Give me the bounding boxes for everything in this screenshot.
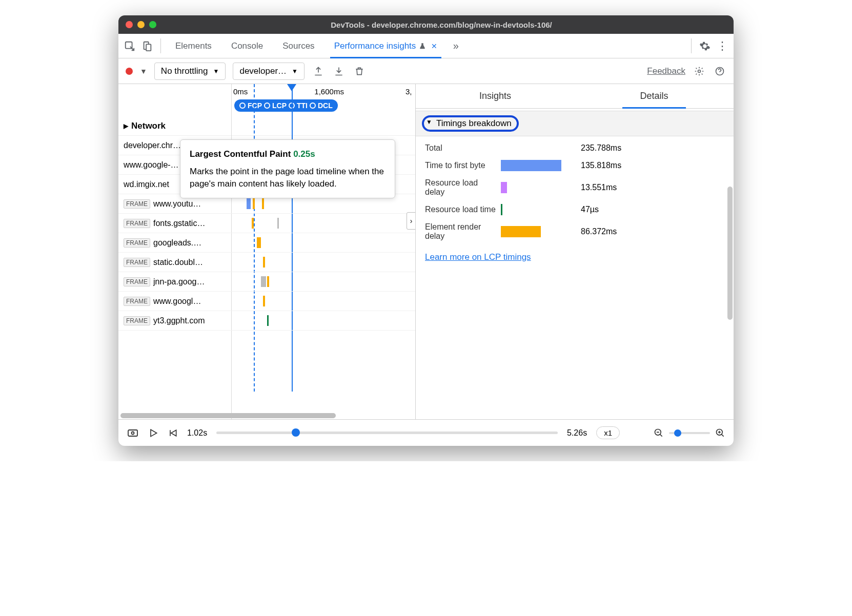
- host-label: www.googl…: [153, 297, 251, 306]
- playhead-marker[interactable]: [292, 84, 296, 91]
- v-scrollbar[interactable]: [727, 187, 733, 320]
- metric-value: 86.372ms: [577, 227, 724, 236]
- record-dropdown[interactable]: ▼: [140, 67, 147, 75]
- record-button[interactable]: [126, 68, 133, 75]
- metric-bar: [501, 160, 573, 171]
- titlebar: DevTools - developer.chrome.com/blog/new…: [118, 15, 734, 34]
- timeline-panel: 0ms 1,600ms 3, FCP LCP TTI DCL ▶ Network…: [118, 84, 416, 419]
- origin-select[interactable]: developer… ▼: [233, 63, 305, 80]
- upload-icon[interactable]: [312, 65, 325, 78]
- eye-icon[interactable]: [127, 427, 139, 439]
- frame-badge: FRAME: [124, 199, 150, 209]
- metric-value: 47µs: [577, 205, 724, 214]
- speed-pill[interactable]: x1: [596, 426, 620, 439]
- zoom-in-icon[interactable]: [715, 428, 725, 438]
- tab-details[interactable]: Details: [575, 84, 734, 108]
- metric-label: Resource load time: [425, 205, 497, 214]
- time-slider[interactable]: [216, 432, 558, 434]
- settings-icon[interactable]: [698, 39, 712, 53]
- metric-bar: [501, 182, 573, 193]
- learn-more-link[interactable]: Learn more on LCP timings: [416, 248, 540, 266]
- host-label: fonts.gstatic…: [153, 219, 251, 228]
- network-row[interactable]: FRAMEfonts.gstatic…: [118, 214, 415, 233]
- help-icon[interactable]: [713, 65, 726, 78]
- panel-settings-icon[interactable]: [693, 65, 706, 78]
- window-title: DevTools - developer.chrome.com/blog/new…: [156, 20, 726, 29]
- inspect-icon[interactable]: [123, 39, 137, 53]
- svg-rect-2: [146, 44, 151, 51]
- tab-insights[interactable]: Insights: [416, 84, 575, 108]
- svg-point-6: [132, 432, 134, 434]
- frame-badge: FRAME: [124, 277, 150, 286]
- frame-badge: FRAME: [124, 219, 150, 228]
- time-end: 5.26s: [567, 428, 587, 438]
- more-tabs-icon[interactable]: »: [449, 39, 463, 53]
- zoom-slider[interactable]: [669, 432, 710, 434]
- minimize-window[interactable]: [137, 21, 145, 28]
- metric-label: Element render delay: [425, 222, 497, 241]
- maximize-window[interactable]: [149, 21, 156, 28]
- h-scrollbar[interactable]: [120, 413, 336, 418]
- time-start: 1.02s: [187, 428, 207, 438]
- metric-label: Total: [425, 143, 497, 153]
- svg-rect-5: [128, 430, 137, 436]
- chevron-down-icon: ▼: [292, 68, 298, 75]
- metric-label: Time to first byte: [425, 161, 497, 170]
- throttling-label: No throttling: [161, 66, 208, 76]
- tab-console[interactable]: Console: [223, 34, 271, 58]
- metric-value: 235.788ms: [577, 143, 724, 153]
- network-row[interactable]: FRAMEyt3.ggpht.com: [118, 311, 415, 331]
- close-window[interactable]: [126, 21, 133, 28]
- network-row[interactable]: FRAMEwww.googl…: [118, 292, 415, 311]
- toolbar: ▼ No throttling ▼ developer… ▼ Feedback: [118, 58, 734, 84]
- tab-sources[interactable]: Sources: [274, 34, 322, 58]
- zoom-out-icon[interactable]: [654, 428, 664, 438]
- download-icon[interactable]: [332, 65, 346, 78]
- host-label: static.doubl…: [153, 258, 251, 267]
- throttling-select[interactable]: No throttling ▼: [154, 63, 226, 80]
- flask-icon: [419, 43, 426, 50]
- lcp-tooltip: Largest Contentful Paint 0.25s Marks the…: [180, 139, 395, 198]
- feedback-link[interactable]: Feedback: [647, 66, 685, 76]
- metric-label: Resource load delay: [425, 178, 497, 197]
- kebab-menu-icon[interactable]: ⋮: [715, 39, 729, 53]
- network-row[interactable]: FRAMEjnn-pa.goog…: [118, 272, 415, 292]
- tooltip-desc: Marks the point in the page load timelin…: [190, 166, 386, 190]
- expand-handle[interactable]: ›: [407, 212, 416, 230]
- tooltip-title: Largest Contentful Paint: [190, 149, 291, 159]
- frame-badge: FRAME: [124, 297, 150, 306]
- frame-badge: FRAME: [124, 238, 150, 248]
- rewind-button[interactable]: [168, 428, 178, 438]
- tick-1: 1,600ms: [314, 87, 344, 96]
- tab-label: Performance insights: [334, 41, 416, 51]
- metric-bar: [501, 204, 573, 215]
- collapse-icon: ▼: [426, 118, 432, 129]
- frame-badge: FRAME: [124, 258, 150, 267]
- network-label: Network: [131, 121, 166, 131]
- tick-2: 3,: [405, 87, 412, 96]
- svg-point-3: [698, 70, 701, 72]
- tab-performance-insights[interactable]: Performance insights ✕: [326, 34, 446, 58]
- timings-breakdown-header[interactable]: ▼ Timings breakdown: [422, 115, 519, 132]
- footer: 1.02s 5.26s x1: [118, 419, 734, 446]
- timing-markers-pill[interactable]: FCP LCP TTI DCL: [234, 99, 338, 112]
- tab-strip: Elements Console Sources Performance ins…: [118, 34, 734, 58]
- close-tab-icon[interactable]: ✕: [431, 42, 437, 50]
- chevron-down-icon: ▼: [213, 68, 219, 75]
- origin-label: developer…: [239, 66, 287, 76]
- host-label: jnn-pa.goog…: [153, 277, 251, 286]
- network-row[interactable]: FRAMEstatic.doubl…: [118, 253, 415, 272]
- play-button[interactable]: [148, 428, 158, 438]
- expand-icon: ▶: [124, 122, 128, 130]
- device-toggle-icon[interactable]: [140, 39, 154, 53]
- tab-elements[interactable]: Elements: [167, 34, 220, 58]
- host-label: www.youtu…: [153, 199, 251, 209]
- trash-icon[interactable]: [353, 65, 366, 78]
- metric-value: 13.551ms: [577, 183, 724, 192]
- network-row[interactable]: FRAMEgoogleads.…: [118, 233, 415, 253]
- section-label: Timings breakdown: [436, 118, 512, 129]
- network-section-header[interactable]: ▶ Network: [118, 117, 415, 136]
- tooltip-value: 0.25s: [293, 149, 315, 159]
- tick-0: 0ms: [233, 87, 248, 96]
- metric-bar: [501, 226, 573, 237]
